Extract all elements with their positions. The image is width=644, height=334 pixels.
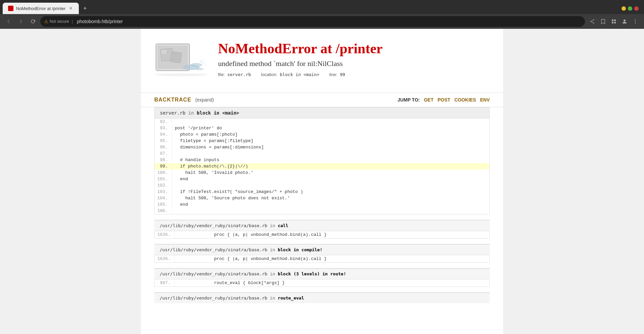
- address-bar[interactable]: ⚠ Not secure | photobomb.htb/printer: [40, 16, 585, 27]
- frame1-filename: server.rb: [160, 110, 185, 116]
- frame3-method: block in compile!: [278, 247, 322, 252]
- svg-rect-17: [170, 52, 182, 63]
- svg-line-4: [591, 22, 593, 23]
- svg-point-0: [593, 19, 594, 20]
- code-row: 92.: [155, 119, 490, 125]
- tab-title: NoMethodError at /printer: [16, 6, 65, 11]
- svg-rect-16: [161, 50, 167, 54]
- jump-env-link[interactable]: ENV: [480, 97, 490, 103]
- nav-bar: ⚠ Not secure | photobomb.htb/printer: [0, 14, 644, 29]
- code-row: 97.: [155, 150, 490, 157]
- code-row: 102.: [155, 182, 490, 189]
- security-warning: ⚠ Not secure |: [44, 19, 74, 24]
- code-table-2: 1636. proc { |a, p| unbound_method.bind(…: [154, 231, 490, 239]
- error-header: NoMethodError at /printer undefined meth…: [141, 29, 503, 86]
- code-row: 96. dimensions = params[:dimensions]: [155, 144, 490, 150]
- code-row: 104. halt 500, 'Source photo does not ex…: [155, 195, 490, 201]
- error-meta: file: server.rb location: block in <main…: [218, 72, 383, 77]
- frame4-path: /usr/lib/ruby/vendor_ruby/sinatra/base.r…: [160, 271, 267, 276]
- extension-button[interactable]: [609, 17, 619, 26]
- close-traffic-light[interactable]: [634, 6, 639, 11]
- error-info: NoMethodError at /printer undefined meth…: [218, 41, 383, 77]
- error-file: file: server.rb: [218, 72, 251, 77]
- menu-button[interactable]: [631, 17, 640, 26]
- error-line: line: 99: [329, 72, 345, 77]
- svg-rect-5: [612, 19, 613, 21]
- svg-point-12: [635, 23, 636, 24]
- error-location-value: block in <main>: [280, 72, 319, 77]
- jump-post-link[interactable]: POST: [438, 97, 450, 103]
- tab-favicon: [8, 6, 13, 11]
- maximize-traffic-light[interactable]: [628, 6, 632, 11]
- svg-line-3: [591, 20, 593, 21]
- code-row: 95. filetype = params[:filetype]: [155, 138, 490, 144]
- code-row: 1636. proc { |a, p| unbound_method.bind(…: [155, 255, 490, 263]
- page-content: NoMethodError at /printer undefined meth…: [0, 29, 644, 334]
- forward-button[interactable]: [16, 17, 25, 26]
- expand-link[interactable]: (expand): [195, 97, 214, 103]
- backtrace-frame-4-header: /usr/lib/ruby/vendor_ruby/sinatra/base.r…: [154, 268, 490, 279]
- code-frame-1-header: server.rb in block in <main>: [154, 107, 490, 118]
- jump-get-link[interactable]: GET: [424, 97, 434, 103]
- bookmark-button[interactable]: [598, 17, 608, 26]
- share-button[interactable]: [588, 17, 597, 26]
- backtrace-title: BACKTRACE: [154, 97, 191, 103]
- backtrace-label: BACKTRACE (expand): [154, 97, 214, 103]
- address-text: photobomb.htb/printer: [77, 19, 123, 24]
- error-subtitle: undefined method `match' for nil:NilClas…: [218, 59, 383, 68]
- code-row: 93. post '/printer' do: [155, 125, 490, 131]
- security-label: Not secure: [50, 19, 69, 24]
- code-row: 1636. proc { |a, p| unbound_method.bind(…: [155, 231, 490, 239]
- code-table-1: 92. 93. post '/printer' do 94. photo = p…: [154, 118, 490, 214]
- svg-rect-8: [614, 22, 616, 23]
- svg-point-9: [624, 19, 626, 21]
- code-row: 98. # handle inputs: [155, 157, 490, 163]
- svg-point-23: [202, 59, 203, 60]
- code-row: 103. if !FileTest.exist?( "source_images…: [155, 189, 490, 195]
- frame5-path: /usr/lib/ruby/vendor_ruby/sinatra/base.r…: [160, 295, 267, 300]
- code-table-3: 1636. proc { |a, p| unbound_method.bind(…: [154, 255, 490, 263]
- code-row: 100. halt 500, 'Invalid photo.': [155, 170, 490, 176]
- browser-chrome: NoMethodError at /printer ✕ + ⚠ Not secu…: [0, 0, 644, 29]
- tab-close-button[interactable]: ✕: [68, 6, 73, 11]
- jump-to-label: JUMP TO:: [397, 97, 420, 103]
- backtrace-frame-3-header: /usr/lib/ruby/vendor_ruby/sinatra/base.r…: [154, 244, 490, 255]
- frame2-path: /usr/lib/ruby/vendor_ruby/sinatra/base.r…: [160, 223, 267, 228]
- svg-point-20: [196, 68, 204, 70]
- code-section: server.rb in block in <main> 92. 93. pos…: [141, 107, 503, 303]
- nav-right-buttons: [588, 17, 640, 26]
- backtrace-frame-5-header: /usr/lib/ruby/vendor_ruby/sinatra/base.r…: [154, 292, 490, 303]
- warning-icon: ⚠: [44, 19, 48, 24]
- frame5-method: route_eval: [278, 295, 304, 300]
- svg-point-1: [593, 23, 594, 24]
- jump-cookies-link[interactable]: COOKIES: [454, 97, 476, 103]
- reload-button[interactable]: [28, 17, 38, 26]
- svg-rect-7: [612, 22, 613, 23]
- active-tab[interactable]: NoMethodError at /printer ✕: [3, 3, 79, 14]
- code-row: 94. photo = params[:photo]: [155, 131, 490, 138]
- code-row-highlighted: 99. if photo.match(/\.{2}|\//): [155, 163, 490, 170]
- code-table-4: 987. route_eval { block[*args] }: [154, 279, 490, 287]
- svg-point-25: [205, 65, 206, 66]
- code-row: 987. route_eval { block[*args] }: [155, 279, 490, 287]
- error-location: location: block in <main>: [261, 72, 319, 77]
- frame2-method: call: [278, 223, 288, 228]
- svg-rect-6: [614, 19, 616, 21]
- frame4-method: block (3 levels) in route!: [278, 271, 346, 276]
- tab-bar: NoMethodError at /printer ✕ +: [0, 0, 644, 14]
- code-row: 106.: [155, 208, 490, 214]
- logo-image: [154, 39, 208, 79]
- main-container: NoMethodError at /printer undefined meth…: [141, 29, 503, 334]
- svg-point-11: [635, 21, 636, 22]
- profile-button[interactable]: [620, 17, 629, 26]
- back-button[interactable]: [4, 17, 13, 26]
- frame1-method: block in <main>: [197, 110, 239, 116]
- code-row: 105. end: [155, 201, 490, 208]
- minimize-traffic-light[interactable]: [622, 6, 626, 11]
- svg-point-2: [591, 21, 592, 22]
- svg-point-10: [635, 19, 636, 20]
- svg-point-22: [203, 63, 204, 64]
- new-tab-button[interactable]: +: [80, 4, 90, 13]
- svg-point-21: [201, 61, 202, 62]
- svg-point-19: [190, 63, 202, 67]
